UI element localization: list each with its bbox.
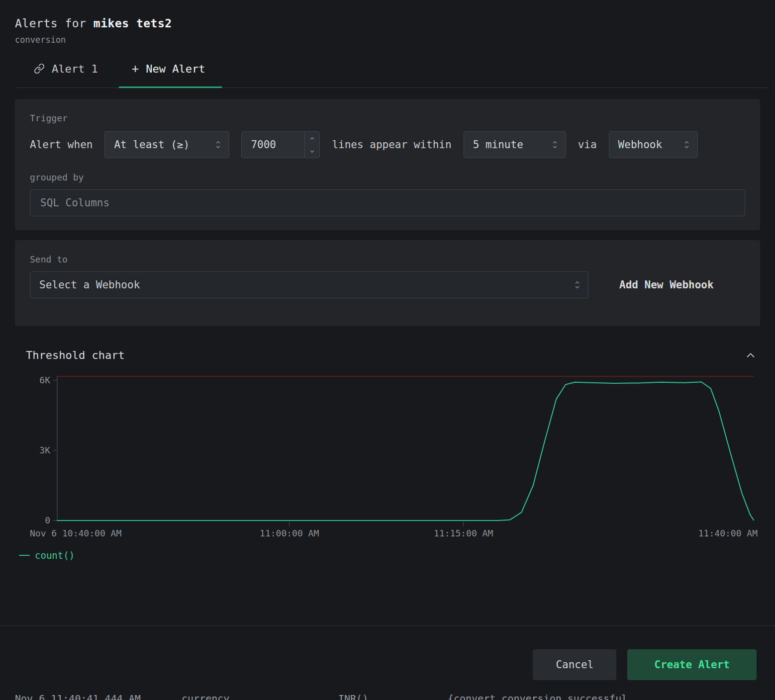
chart-title: Threshold chart	[26, 349, 125, 361]
tab-new-alert-label: New Alert	[146, 63, 205, 75]
stepper-down-button[interactable]	[305, 145, 319, 158]
link-icon	[34, 63, 45, 74]
cancel-button[interactable]: Cancel	[533, 649, 616, 680]
chevron-updown-icon	[215, 141, 221, 149]
create-alert-button[interactable]: Create Alert	[627, 649, 757, 680]
condition-select-value: At least (≥)	[114, 139, 190, 151]
plus-icon: +	[132, 62, 139, 76]
grouped-by-input[interactable]	[30, 189, 745, 216]
svg-text:Nov 6 10:40:00 AM: Nov 6 10:40:00 AM	[30, 528, 121, 538]
lines-appear-label: lines appear within	[332, 139, 451, 151]
chevron-updown-icon	[684, 141, 689, 149]
background-log-row-clipped: Nov 6 11:40:41.444 AM currency INR() {co…	[0, 693, 775, 700]
interval-select-value: 5 minute	[473, 139, 523, 151]
channel-select-value: Webhook	[618, 139, 663, 151]
threshold-number-value: 7000	[242, 132, 304, 158]
send-to-panel: Send to Select a Webhook Add New Webhook	[15, 240, 760, 326]
threshold-chart-section: Threshold chart 03K6KNov 6 10:40:00 AM11…	[15, 349, 760, 561]
svg-text:11:40:00 AM: 11:40:00 AM	[698, 528, 758, 538]
alert-dialog: Alerts for mikes tets2 conversion Alert …	[0, 0, 775, 700]
page-title: Alerts for mikes tets2	[15, 17, 760, 30]
send-to-row: Select a Webhook Add New Webhook	[30, 271, 745, 298]
threshold-number-input[interactable]: 7000	[241, 131, 320, 158]
chevron-updown-icon	[575, 281, 580, 289]
svg-text:11:15:00 AM: 11:15:00 AM	[434, 528, 493, 538]
trigger-panel: Trigger Alert when At least (≥) 7000	[15, 99, 760, 230]
interval-select[interactable]: 5 minute	[464, 131, 566, 158]
page-subtitle: conversion	[15, 35, 760, 45]
chevron-up-icon	[745, 350, 756, 361]
alert-when-label: Alert when	[30, 139, 93, 151]
grouped-by-label: grouped by	[30, 172, 745, 182]
page-title-prefix: Alerts for	[15, 17, 86, 30]
svg-text:0: 0	[45, 515, 50, 525]
chart-header: Threshold chart	[15, 349, 760, 361]
bg-row-field-currency: currency	[182, 693, 229, 700]
alert-tabs: Alert 1 + New Alert	[15, 62, 769, 88]
channel-select[interactable]: Webhook	[609, 131, 698, 158]
bg-row-message: {convert conversion successful	[448, 693, 627, 700]
collapse-chart-button[interactable]	[745, 350, 756, 361]
tab-new-alert[interactable]: + New Alert	[119, 62, 222, 88]
threshold-stepper	[304, 132, 319, 158]
svg-text:6K: 6K	[39, 375, 50, 385]
svg-text:11:00:00 AM: 11:00:00 AM	[260, 528, 319, 538]
svg-text:3K: 3K	[39, 445, 50, 455]
bg-row-timestamp: Nov 6 11:40:41.444 AM	[15, 693, 141, 700]
dialog-header: Alerts for mikes tets2 conversion	[0, 0, 775, 45]
condition-select[interactable]: At least (≥)	[104, 131, 229, 158]
footer-buttons: Cancel Create Alert	[0, 626, 775, 680]
page-title-source-name: mikes tets2	[94, 17, 172, 30]
stepper-up-button[interactable]	[305, 132, 319, 145]
webhook-select-value: Select a Webhook	[39, 279, 140, 291]
bg-row-field-inr: INR()	[338, 693, 368, 700]
webhook-select[interactable]: Select a Webhook	[30, 271, 588, 298]
trigger-row: Alert when At least (≥) 7000	[30, 131, 745, 158]
trigger-section-label: Trigger	[30, 113, 745, 123]
tab-alert-1[interactable]: Alert 1	[15, 62, 119, 88]
chevron-updown-icon	[552, 141, 558, 149]
legend-line-swatch	[19, 555, 30, 556]
add-new-webhook-button[interactable]: Add New Webhook	[619, 279, 714, 291]
dialog-footer: Cancel Create Alert	[0, 625, 775, 680]
via-label: via	[578, 139, 597, 151]
series-legend-count[interactable]: count()	[19, 550, 760, 561]
threshold-line-chart: 03K6KNov 6 10:40:00 AM11:00:00 AM11:15:0…	[15, 370, 760, 542]
legend-label: count()	[35, 550, 75, 561]
tab-alert-1-label: Alert 1	[52, 63, 98, 75]
send-to-section-label: Send to	[30, 254, 745, 264]
